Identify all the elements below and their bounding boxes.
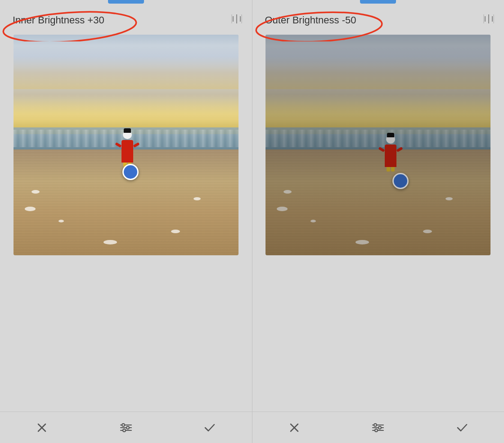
right-panel-header: Outer Brightness -50 [252, 4, 504, 35]
left-beach-photo [14, 35, 238, 255]
left-split-icon[interactable] [230, 13, 243, 28]
foam-5 [194, 197, 201, 200]
foam-r6 [356, 240, 369, 244]
r-boot-right [391, 167, 395, 172]
right-child-figure [385, 135, 396, 167]
left-child-body [122, 140, 133, 163]
left-child-hat [124, 128, 131, 133]
right-clouds [266, 35, 490, 89]
right-sky [266, 35, 490, 134]
left-brightness-label-area: Inner Brightness +30 [9, 14, 108, 26]
right-adjust-button[interactable] [368, 418, 388, 438]
foam-r3 [310, 220, 316, 222]
svg-point-26 [378, 426, 381, 429]
right-brightness-label: Outer Brightness -50 [261, 13, 360, 27]
right-waves [266, 130, 490, 147]
foam-3 [58, 220, 64, 222]
foam-4 [171, 230, 180, 233]
right-child-arms [378, 148, 403, 152]
right-confirm-button[interactable] [452, 418, 472, 438]
right-child-body [385, 145, 396, 167]
svg-point-17 [122, 424, 125, 426]
left-brightness-label: Inner Brightness +30 [9, 13, 108, 27]
left-tab-indicator [108, 0, 144, 4]
left-cancel-button[interactable] [32, 418, 52, 438]
svg-point-19 [123, 429, 126, 432]
right-cancel-button[interactable] [284, 418, 304, 438]
right-image-container [252, 35, 504, 411]
left-image-container [0, 35, 252, 411]
left-child-arms [115, 144, 140, 147]
left-panel: Inner Brightness +30 [0, 0, 252, 411]
right-brightness-label-area: Outer Brightness -50 [261, 14, 360, 26]
right-sand-texture [266, 149, 490, 255]
left-adjust-button[interactable] [116, 418, 136, 438]
right-toolbar [252, 411, 504, 443]
foam-2 [25, 207, 36, 211]
svg-point-25 [374, 424, 377, 426]
left-confirm-button[interactable] [200, 418, 220, 438]
left-child-figure [122, 130, 133, 163]
right-panel: Outer Brightness -50 [252, 0, 504, 411]
left-toolbar [0, 411, 252, 443]
right-child-head [386, 135, 395, 144]
right-tab-indicator [360, 0, 396, 4]
right-beach-photo [266, 35, 490, 255]
bottom-panels [0, 411, 504, 443]
left-child-head [123, 130, 132, 139]
foam-6 [104, 240, 117, 244]
foam-r5 [446, 197, 453, 200]
right-child-hat [387, 133, 394, 137]
foam-r1 [284, 190, 292, 194]
foam-1 [32, 190, 40, 194]
right-blue-handle[interactable] [392, 173, 409, 189]
svg-point-27 [375, 429, 378, 432]
panels-row: Inner Brightness +30 [0, 0, 504, 411]
left-photo-wrapper [14, 35, 238, 255]
r-boot-left [387, 167, 390, 172]
right-photo-wrapper [266, 35, 490, 255]
left-panel-header: Inner Brightness +30 [0, 4, 252, 35]
left-sky [14, 35, 238, 134]
right-split-icon[interactable] [482, 13, 495, 28]
left-clouds [14, 35, 238, 89]
svg-point-18 [126, 426, 129, 429]
left-blue-handle[interactable] [122, 164, 139, 180]
